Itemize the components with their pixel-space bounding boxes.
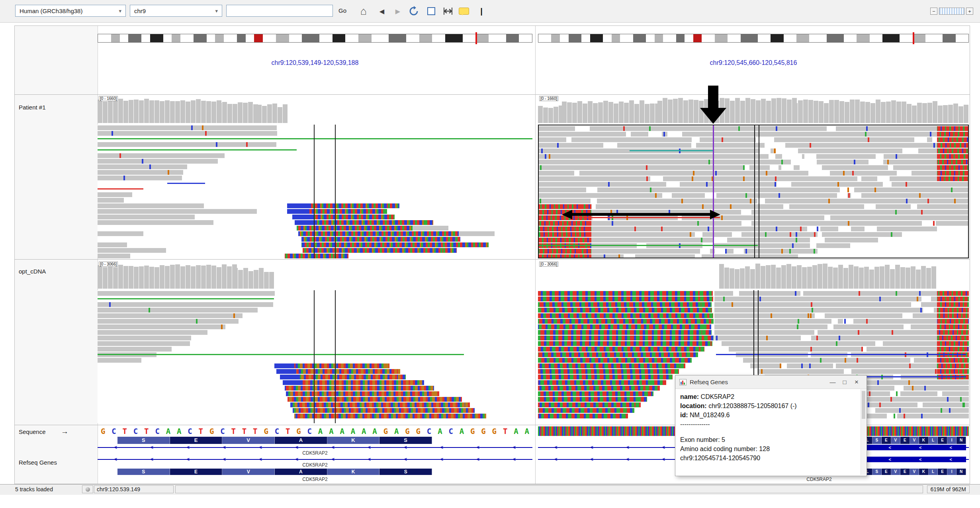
mismatch-tick: [221, 324, 223, 329]
genome-select[interactable]: Human (GRCh38/hg38) ▾: [15, 5, 126, 17]
coverage-bar: [843, 268, 848, 289]
chromosome-ideogram-right[interactable]: [538, 34, 969, 43]
popup-title: Refseq Genes: [690, 379, 827, 385]
popup-row: location: chr9:120388875-120580167 (-): [680, 401, 855, 410]
coverage-bar: [123, 101, 128, 123]
read-gap: [904, 324, 911, 329]
snp-read-cluster: [937, 336, 969, 340]
coverage-bar: [269, 272, 274, 289]
ideogram-band: [603, 34, 612, 42]
scrollbar[interactable]: [861, 389, 866, 475]
gene-intron-line[interactable]: <<<<<<<<<<<<: [98, 457, 532, 462]
sequence-base: C: [424, 426, 434, 436]
home-icon[interactable]: ⌂: [356, 4, 371, 18]
mismatch-tick: [765, 232, 767, 237]
amino-acid-segment: N: [957, 437, 966, 444]
cursor-tool-icon[interactable]: |: [474, 4, 489, 18]
coverage-bar: [217, 267, 221, 289]
coverage-bar: [538, 106, 543, 123]
track-label-patient[interactable]: Patient #1: [19, 104, 46, 111]
locus-boundary-line: [314, 290, 315, 423]
ideogram-band: [302, 34, 319, 42]
coverage-track-patient-right[interactable]: [538, 98, 969, 123]
coverage-bar: [113, 267, 118, 289]
minimize-button[interactable]: —: [827, 379, 839, 385]
alignment-panel-patient-right[interactable]: [538, 125, 969, 258]
coverage-bar: [278, 107, 282, 123]
field-value: CDK5RAP2: [701, 393, 734, 400]
chromosome-select[interactable]: chr9 ▾: [130, 5, 222, 17]
zoom-out-button[interactable]: −: [930, 8, 937, 15]
coverage-bar: [926, 268, 931, 289]
gene-name-label[interactable]: CDK5RAP2: [806, 477, 831, 482]
track-label-cdna[interactable]: opt_cDNA: [19, 268, 46, 275]
sequence-base: C: [184, 426, 195, 436]
popup-behavior-icon[interactable]: [456, 4, 471, 18]
mismatch-tick: [801, 363, 803, 368]
aligned-read: [539, 182, 969, 187]
track-label-sequence[interactable]: Sequence: [19, 428, 46, 435]
aligned-read: [714, 324, 969, 329]
read-gap: [923, 308, 934, 313]
mismatch-tick: [781, 160, 783, 164]
ideogram-band: [194, 34, 207, 42]
forward-icon[interactable]: ▶: [390, 4, 405, 18]
coverage-bar: [880, 266, 884, 289]
snp-read-cluster: [538, 380, 666, 385]
close-icon[interactable]: ×: [851, 378, 863, 386]
amino-acid-segment: S: [379, 437, 432, 444]
strand-arrow-icon[interactable]: →: [61, 427, 68, 436]
gene-name-label[interactable]: CDK5RAP2: [302, 450, 327, 456]
maximize-button[interactable]: □: [839, 379, 851, 385]
coverage-track-cdna-left[interactable]: [98, 263, 532, 289]
scrollbar-thumb[interactable]: [862, 391, 865, 419]
coverage-bar: [776, 268, 781, 289]
snp-read-cluster: [937, 324, 969, 329]
chromosome-ideogram-left[interactable]: [98, 34, 532, 43]
amino-acid-segment: S: [872, 469, 882, 475]
mismatch-tick: [634, 227, 636, 231]
coverage-track-cdna-right[interactable]: [538, 263, 969, 289]
coverage-bar: [139, 100, 144, 123]
alignment-panel-patient-left[interactable]: [98, 125, 532, 258]
ideogram-band: [237, 34, 246, 42]
coverage-track-patient-left[interactable]: [98, 98, 532, 123]
insertion-marker-line: [713, 125, 714, 258]
popup-line: Exon number: 5: [680, 435, 855, 444]
memory-usage: 619M of 962M: [927, 485, 970, 493]
ideogram-band: [590, 34, 603, 42]
gene-name-label[interactable]: CDK5RAP2: [302, 477, 327, 482]
refseq-genes-popup[interactable]: Refseq Genes — □ × name: CDK5RAP2 locati…: [675, 375, 867, 476]
region-tool-icon[interactable]: [424, 4, 439, 18]
go-button[interactable]: Go: [338, 7, 346, 14]
refresh-icon[interactable]: [406, 4, 421, 18]
zoom-in-button[interactable]: +: [966, 8, 973, 15]
alignment-panel-cdna-left[interactable]: [98, 290, 532, 423]
snp-read-block: [292, 215, 315, 219]
fit-to-window-icon[interactable]: [440, 4, 456, 18]
back-icon[interactable]: ◀: [374, 4, 389, 18]
amino-acid-segment: E: [882, 469, 891, 475]
gene-exon-aa-band[interactable]: SEVAKS: [117, 469, 432, 475]
mismatch-tick: [909, 363, 911, 368]
read-gap: [810, 238, 825, 242]
locus-search-input[interactable]: [226, 5, 333, 17]
gene-name-label[interactable]: CDK5RAP2: [302, 462, 327, 468]
popup-titlebar[interactable]: Refseq Genes — □ ×: [675, 375, 867, 389]
sequence-base: G: [413, 426, 424, 436]
coverage-bar: [797, 265, 802, 289]
gene-intron-line[interactable]: <<<<<<<<<<<<: [98, 445, 532, 450]
aligned-read: [539, 199, 969, 203]
coverage-bar: [98, 100, 102, 123]
read-gap: [695, 254, 702, 258]
coverage-bar: [814, 101, 818, 123]
zoom-slider[interactable]: [939, 8, 964, 15]
amino-acid-segment: V: [222, 437, 275, 444]
mismatch-tick: [854, 160, 855, 164]
sequence-base: C: [108, 426, 119, 436]
panel-divider: [535, 26, 536, 484]
mismatch-tick: [917, 297, 918, 301]
track-label-refseq[interactable]: Refseq Genes: [19, 459, 57, 466]
locus-boundary-line: [335, 290, 336, 423]
mismatch-tick: [896, 154, 897, 159]
